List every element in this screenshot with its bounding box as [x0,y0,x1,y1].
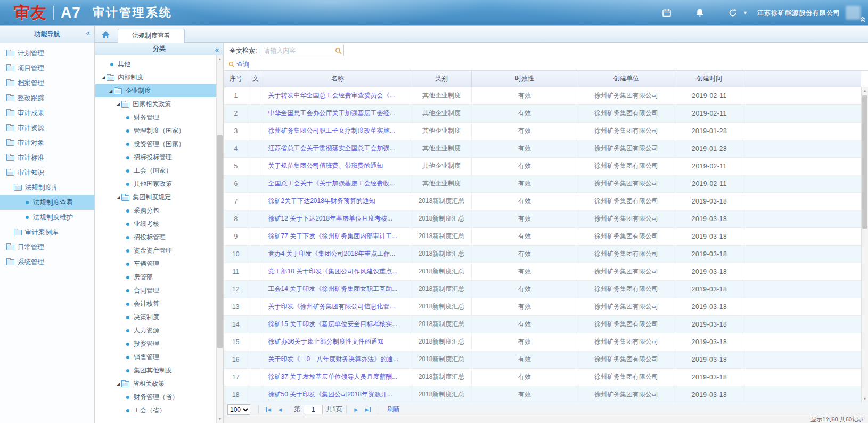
sidebar-item-法规制度库[interactable]: 法规制度库 [0,180,94,195]
tree-node-合同管理[interactable]: 合同管理 [95,284,217,297]
column-header-创建单位[interactable]: 创建单位 [578,71,675,87]
tree-node-财务管理（省）[interactable]: 财务管理（省） [95,391,217,404]
sidebar-item-计划管理[interactable]: 计划管理 [0,46,94,61]
scroll-down-icon[interactable]: ▼ [217,416,223,423]
query-button[interactable]: 查询 [224,59,868,70]
tree-expand-icon[interactable]: ◢ [102,76,105,80]
tree-node-其他[interactable]: 其他 [95,58,217,71]
sidebar-item-档案管理[interactable]: 档案管理 [0,76,94,91]
table-row[interactable]: 6全国总工会关于《关于加强基层工会经费收...其他企业制度有效徐州矿务集团有限公… [224,175,861,192]
document-link[interactable]: 徐矿2关于下达2018年财务预算的通知 [268,197,375,205]
sidebar-item-日常管理[interactable]: 日常管理 [0,240,94,255]
table-row[interactable]: 16关于印发《二0一八年度财务决算办法》的通...2018新制度汇总有效徐州矿务… [224,351,861,368]
tree-node-会计核算[interactable]: 会计核算 [95,297,217,311]
document-link[interactable]: 党办4 关于印发《集团公司2018年重点工作... [268,250,396,257]
table-row[interactable]: 13关于印发《徐州矿务集团有限公司信息化管...2018新制度汇总有效徐州矿务集… [224,298,861,315]
table-row[interactable]: 18徐矿50 关于印发《集团公司2018年资源开...2018新制度汇总有效徐州… [224,386,861,403]
tree-node-其他国家政策[interactable]: 其他国家政策 [95,177,217,191]
sidebar-item-法规制度维护[interactable]: 法规制度维护 [0,210,94,225]
sidebar-item-审计案例库[interactable]: 审计案例库 [0,225,94,240]
document-link[interactable]: 徐州矿务集团公司职工子女疗制度改革实施... [268,127,395,134]
tree-expand-icon[interactable]: ◢ [117,196,120,200]
document-link[interactable]: 全国总工会关于《关于加强基层工会经费收... [268,180,395,187]
column-header-时效性[interactable]: 时效性 [471,71,578,87]
table-row[interactable]: 7徐矿2关于下达2018年财务预算的通知2018新制度汇总有效徐州矿务集团有限公… [224,192,861,210]
table-scrollbar[interactable]: ▲ ▼ [861,87,868,403]
document-link[interactable]: 关于规范集团公司值班费、带班费的通知 [268,162,383,169]
tree-node-业绩考核[interactable]: 业绩考核 [95,217,217,231]
document-link[interactable]: 党工部10 关于印发《集团公司作风建设重点... [268,267,398,275]
refresh-icon[interactable] [725,5,741,21]
tree-node-工会（省）[interactable]: 工会（省） [95,404,217,417]
document-link[interactable]: 徐矿15 关于印发《基层单位安全目标考核实... [268,320,398,328]
sidebar-item-审计资源[interactable]: 审计资源 [0,120,94,135]
tree-expand-icon[interactable]: ◢ [109,89,112,93]
last-page-button[interactable]: ▶ [362,404,374,415]
tree-node-销售管理[interactable]: 销售管理 [95,351,217,364]
tree-collapse-icon[interactable]: « [215,46,219,53]
table-row[interactable]: 4江苏省总工会关于贯彻落实全国总工会加强...其他企业制度有效徐州矿务集团有限公… [224,140,861,157]
column-header-类别[interactable]: 类别 [412,71,471,87]
document-link[interactable]: 徐矿50 关于印发《集团公司2018年资源开... [268,391,392,398]
table-row[interactable]: 11党工部10 关于印发《集团公司作风建设重点...2018新制度汇总有效徐州矿… [224,263,861,280]
table-row[interactable]: 9徐矿77 关于下发《徐州矿务集团内部审计工...2018新制度汇总有效徐州矿务… [224,227,861,245]
tree-node-决策制度[interactable]: 决策制度 [95,311,217,324]
column-header-文[interactable]: 文 [248,71,264,87]
document-link[interactable]: 中华全国总工会办公厅关于加强基层工会经... [268,109,395,117]
scroll-down-icon[interactable]: ▼ [862,395,868,403]
column-header-创建时间[interactable]: 创建时间 [675,71,744,87]
page-number-input[interactable] [304,405,323,414]
document-link[interactable]: 徐矿12 关于下达2018年基层单位月度考核... [268,215,392,222]
table-row[interactable]: 12工会14 关于印发《徐州矿务集团女职工互助...2018新制度汇总有效徐州矿… [224,280,861,298]
column-header-名称[interactable]: 名称 [264,71,412,87]
document-link[interactable]: 关于印发《二0一八年度财务决算办法》的通... [268,355,399,363]
search-input[interactable] [260,45,344,56]
sidebar-item-审计知识[interactable]: 审计知识 [0,165,94,180]
table-row[interactable]: 2中华全国总工会办公厅关于加强基层工会经...其他企业制度有效徐州矿务集团有限公… [224,104,861,122]
document-link[interactable]: 徐矿77 关于下发《徐州矿务集团内部审计工... [268,232,398,240]
tree-node-内部制度[interactable]: ◢内部制度 [95,71,217,84]
sidebar-item-系统管理[interactable]: 系统管理 [0,255,94,270]
table-row[interactable]: 14徐矿15 关于印发《基层单位安全目标考核实...2018新制度汇总有效徐州矿… [224,315,861,333]
scrollbar-thumb[interactable] [217,135,223,348]
tree-node-集团其他制度[interactable]: 集团其他制度 [95,364,217,377]
table-row[interactable]: 15徐矿办36关于废止部分制度性文件的通知2018新制度汇总有效徐州矿务集团有限… [224,333,861,351]
tree-node-资金资产管理[interactable]: 资金资产管理 [95,244,217,257]
tree-node-人力资源[interactable]: 人力资源 [95,324,217,337]
first-page-button[interactable]: ◀ [263,404,274,415]
tree-expand-icon[interactable]: ◢ [117,382,120,386]
table-row[interactable]: 3徐州矿务集团公司职工子女疗制度改革实施...其他企业制度有效徐州矿务集团有限公… [224,122,861,140]
table-row[interactable]: 10党办4 关于印发《集团公司2018年重点工作...2018新制度汇总有效徐州… [224,245,861,263]
table-row[interactable]: 8徐矿12 关于下达2018年基层单位月度考核...2018新制度汇总有效徐州矿… [224,210,861,227]
sidebar-item-审计成果[interactable]: 审计成果 [0,105,94,120]
table-row[interactable]: 5关于规范集团公司值班费、带班费的通知其他企业制度有效徐州矿务集团有限公司201… [224,157,861,175]
tree-node-采购分包[interactable]: 采购分包 [95,204,217,217]
tree-node-投资管理[interactable]: 投资管理 [95,337,217,351]
calendar-icon[interactable] [659,5,675,21]
prev-page-button[interactable]: ◀ [274,404,286,415]
search-icon[interactable] [335,47,342,56]
user-avatar[interactable] [846,6,861,20]
page-size-select[interactable]: 100 [227,404,250,415]
tree-node-财务管理[interactable]: 财务管理 [95,111,217,124]
next-page-button[interactable]: ▶ [350,404,362,415]
table-row[interactable]: 17徐矿37 关于发放基层单位领导人员月度薪酬...2018新制度汇总有效徐州矿… [224,368,861,386]
tree-node-工会（国家）[interactable]: 工会（国家） [95,164,217,177]
sidebar-item-法规制度查看[interactable]: 法规制度查看 [0,195,94,210]
tree-node-招投标管理[interactable]: 招投标管理 [95,231,217,244]
sidebar-item-审计标准[interactable]: 审计标准 [0,150,94,165]
tree-node-省相关政策[interactable]: ◢省相关政策 [95,377,217,391]
sidebar-item-整改跟踪[interactable]: 整改跟踪 [0,91,94,105]
column-header-序号[interactable]: 序号 [224,71,248,87]
refresh-link[interactable]: 刷新 [387,405,400,414]
tree-scrollbar[interactable]: ▲ ▼ [216,55,223,423]
sidebar-item-项目管理[interactable]: 项目管理 [0,61,94,76]
tree-node-房管部[interactable]: 房管部 [95,271,217,284]
document-link[interactable]: 徐矿37 关于发放基层单位领导人员月度薪酬... [268,373,398,380]
tree-node-管理制度（国家）[interactable]: 管理制度（国家） [95,124,217,137]
tree-node-招标投标管理[interactable]: 招标投标管理 [95,151,217,164]
tree-node-企业制度[interactable]: ◢企业制度 [95,84,217,97]
sidebar-collapse-icon[interactable]: « [86,29,90,36]
document-link[interactable]: 工会14 关于印发《徐州矿务集团女职工互助... [268,285,398,292]
document-link[interactable]: 徐矿办36关于废止部分制度性文件的通知 [268,338,384,345]
